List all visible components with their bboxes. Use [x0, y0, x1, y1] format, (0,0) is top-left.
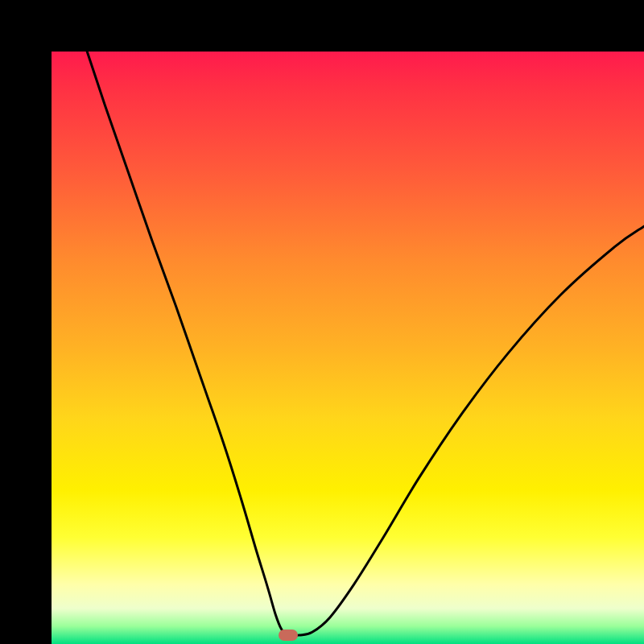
chart-min-marker: [279, 630, 298, 641]
chart-curve-svg: [52, 52, 644, 644]
chart-frame: [0, 0, 644, 644]
chart-plot-area: [52, 52, 644, 644]
bottleneck-curve-path: [87, 52, 644, 636]
